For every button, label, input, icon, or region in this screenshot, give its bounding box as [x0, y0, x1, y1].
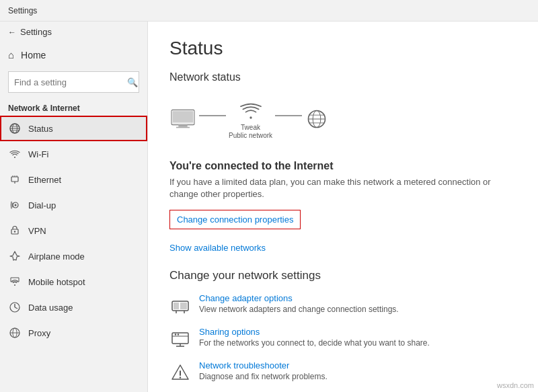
adapter-desc: View network adapters and change connect…	[199, 305, 399, 314]
troubleshoot-icon	[169, 362, 191, 383]
sidebar-item-airplane-label: Airplane mode	[28, 251, 85, 262]
sidebar-item-datausage[interactable]: Data usage	[0, 295, 147, 320]
sidebar-item-ethernet-label: Ethernet	[28, 175, 61, 185]
sidebar-item-vpn-label: VPN	[28, 226, 46, 236]
svg-point-42	[180, 377, 181, 379]
svg-rect-5	[11, 177, 18, 182]
sidebar-item-status-label: Status	[28, 124, 53, 134]
computer-icon-group	[169, 109, 196, 132]
wifi-icon-group: TweakPublic network	[229, 101, 272, 140]
svg-rect-31	[174, 303, 179, 309]
globe-icon	[8, 122, 22, 135]
proxy-icon	[8, 326, 22, 340]
troubleshoot-title[interactable]: Network troubleshooter	[199, 360, 328, 370]
search-box[interactable]: 🔍	[8, 71, 139, 93]
sidebar-item-airplane[interactable]: Airplane mode	[0, 243, 147, 269]
network-label: TweakPublic network	[229, 124, 272, 140]
sidebar-item-proxy-label: Proxy	[28, 328, 50, 338]
network-diagram: TweakPublic network	[169, 94, 516, 147]
sidebar-back-button[interactable]: ← Settings	[0, 22, 147, 42]
troubleshoot-desc: Diagnose and fix network problems.	[199, 372, 328, 381]
svg-point-38	[178, 334, 179, 336]
globe-svg	[305, 109, 329, 129]
sidebar-item-wifi[interactable]: Wi-Fi	[0, 141, 147, 167]
network-status-label: Network status	[169, 71, 516, 83]
hotspot-icon	[8, 275, 22, 288]
sidebar-back-label: Settings	[20, 27, 52, 37]
svg-point-11	[15, 204, 17, 206]
globe-icon-group	[305, 109, 329, 132]
content-area: Status Network status	[148, 22, 538, 392]
sidebar-item-vpn[interactable]: VPN	[0, 218, 147, 243]
sidebar-item-status[interactable]: Status	[0, 116, 147, 141]
change-connection-button[interactable]: Change connection properties	[169, 210, 301, 229]
sidebar-item-wifi-label: Wi-Fi	[28, 149, 48, 159]
connected-title: You're connected to the Internet	[169, 160, 516, 172]
sidebar-item-hotspot-label: Mobile hotspot	[28, 277, 85, 287]
sharing-desc: For the networks you connect to, decide …	[199, 338, 430, 348]
change-network-title: Change your network settings	[169, 269, 516, 282]
wifi-icon	[8, 147, 22, 161]
troubleshoot-settings-item: Network troubleshooter Diagnose and fix …	[169, 360, 516, 383]
svg-rect-23	[178, 124, 187, 126]
search-icon: 🔍	[127, 77, 138, 87]
back-arrow-icon: ←	[8, 28, 16, 37]
sidebar-item-proxy[interactable]: Proxy	[0, 320, 147, 346]
adapter-settings-item: Change adapter options View network adap…	[169, 293, 516, 316]
line-2	[275, 115, 302, 116]
computer-svg	[169, 109, 196, 129]
sidebar: ← Settings ⌂ Home 🔍 Network & Internet	[0, 22, 148, 392]
main-container: ← Settings ⌂ Home 🔍 Network & Internet	[0, 22, 538, 392]
line-1	[199, 115, 226, 116]
sharing-content: Sharing options For the networks you con…	[199, 327, 430, 348]
ethernet-icon	[8, 173, 22, 186]
svg-line-16	[15, 307, 17, 309]
troubleshoot-content: Network troubleshooter Diagnose and fix …	[199, 360, 328, 381]
svg-rect-35	[172, 333, 188, 344]
svg-point-13	[14, 231, 15, 232]
datausage-icon	[8, 301, 22, 314]
sidebar-item-ethernet[interactable]: Ethernet	[0, 167, 147, 192]
sidebar-item-hotspot[interactable]: Mobile hotspot	[0, 269, 147, 295]
connected-sub: If you have a limited data plan, you can…	[169, 176, 492, 200]
wifi-svg	[239, 101, 263, 121]
adapter-title[interactable]: Change adapter options	[199, 293, 399, 303]
sidebar-home-label: Home	[21, 50, 46, 61]
title-bar: Settings	[0, 0, 538, 22]
sidebar-item-datausage-label: Data usage	[28, 303, 73, 313]
sharing-title[interactable]: Sharing options	[199, 327, 430, 337]
sharing-icon	[169, 328, 191, 350]
adapter-icon	[169, 295, 191, 316]
sharing-settings-item: Sharing options For the networks you con…	[169, 327, 516, 350]
sidebar-item-dialup-label: Dial-up	[28, 200, 56, 210]
search-input[interactable]	[14, 77, 127, 87]
show-networks-link[interactable]: Show available networks	[169, 243, 516, 253]
airplane-icon	[8, 249, 22, 263]
title-bar-text: Settings	[8, 6, 37, 15]
svg-rect-24	[176, 127, 190, 128]
svg-rect-32	[180, 303, 187, 309]
svg-rect-22	[173, 111, 193, 122]
watermark: wsxdn.com	[497, 381, 534, 389]
dialup-icon	[8, 198, 22, 212]
vpn-icon	[8, 224, 22, 237]
adapter-content: Change adapter options View network adap…	[199, 293, 399, 314]
sidebar-item-dialup[interactable]: Dial-up	[0, 192, 147, 218]
home-icon: ⌂	[8, 49, 14, 61]
svg-point-37	[175, 334, 176, 336]
sidebar-home-item[interactable]: ⌂ Home	[0, 42, 147, 67]
sidebar-section-title: Network & Internet	[0, 97, 147, 116]
page-title: Status	[169, 38, 516, 59]
